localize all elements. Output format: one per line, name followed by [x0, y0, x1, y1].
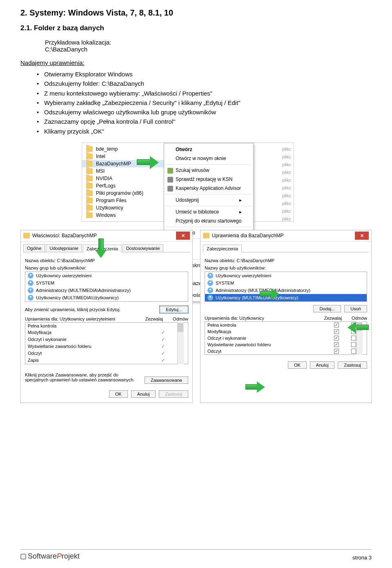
folder-row[interactable]: NVIDIA	[82, 175, 164, 182]
instruction-item: Z menu kontekstowego wybieramy: „Właściw…	[37, 89, 372, 98]
scrollbar-thumb[interactable]	[178, 323, 183, 332]
object-value: C:\BazaDanychMP	[236, 258, 274, 263]
allow-checkbox[interactable]	[334, 329, 339, 334]
perm-for-label: Uprawnienia dla: Użytkownicy	[205, 316, 264, 321]
user-icon	[28, 295, 33, 301]
allow-tick: ✓	[161, 351, 165, 356]
allow-tick: ✓	[161, 337, 165, 342]
instruction-item: Odszukujemy folder: C:\BazaDanych	[37, 79, 372, 88]
example-location-label: Przykładowa lokalizacja:	[45, 39, 372, 46]
context-menu-item[interactable]: Udostępnij▸	[164, 196, 253, 205]
remove-button[interactable]: Usuń	[344, 305, 367, 312]
group-item[interactable]: Użytkownicy uwierzytelnieni	[205, 272, 367, 279]
allow-tick: ✓	[161, 344, 165, 349]
close-button[interactable]: ✕	[176, 232, 190, 240]
folder-row[interactable]: Windows	[82, 212, 164, 219]
folder-icon	[86, 212, 93, 218]
instruction-item: Zaznaczamy opcję „Pełna kontrola / Full …	[37, 117, 372, 126]
permission-row: Zapis✓	[25, 357, 180, 364]
tab[interactable]: Dostosowywanie	[122, 244, 164, 252]
context-menu-item[interactable]: Sprawdź reputację w KSN	[164, 175, 253, 184]
tab[interactable]: Zabezpieczenia	[203, 245, 242, 252]
tab[interactable]: Ogólne	[23, 244, 45, 252]
allow-tick: ✓	[161, 330, 165, 335]
apply-button[interactable]: Zastosuj	[159, 390, 188, 398]
folder-row[interactable]: Pliki programów (x86)	[82, 189, 164, 197]
allow-header: Zezwalaj	[145, 316, 163, 321]
permission-row: Odczyt	[205, 348, 359, 354]
folder-row[interactable]: PerfLogs	[82, 182, 164, 189]
folder-icon	[86, 198, 93, 203]
user-icon	[207, 280, 213, 286]
folder-icon	[203, 233, 209, 238]
app-icon	[167, 168, 173, 174]
permission-row: Odczyt i wykonanie✓	[25, 336, 180, 343]
dialog-title: Uprawnienia dla BazaDanychMP	[212, 233, 352, 238]
deny-checkbox[interactable]	[351, 336, 356, 341]
perm-for-label: Uprawnienia dla: Użytkownicy uwierzyteln…	[25, 316, 115, 321]
page-number: strona 3	[352, 555, 372, 561]
edit-button[interactable]: Edytuj...	[160, 306, 188, 313]
cancel-button[interactable]: Anuluj	[131, 390, 156, 398]
allow-header: Zezwalaj	[324, 316, 342, 321]
permission-row: Odczyt✓	[25, 350, 180, 357]
advanced-button[interactable]: Zaawansowane	[145, 376, 188, 384]
group-item[interactable]: Użytkownicy (MULTIMEDIA\Użytkownicy)	[205, 294, 367, 301]
permission-row: Modyfikacja	[205, 328, 359, 335]
permission-row: Pełna kontrola	[205, 322, 359, 328]
instruction-item: Wybieramy zakładkę „Zabezpieczenia / Sec…	[37, 98, 372, 107]
folder-name: Program Files	[96, 198, 127, 203]
group-item[interactable]: Użytkownicy uwierzytelnieni	[25, 272, 188, 279]
deny-checkbox[interactable]	[351, 342, 356, 347]
tab[interactable]: Udostępnianie	[46, 244, 82, 252]
arrow-icon	[137, 156, 160, 168]
context-menu-item[interactable]: Umieść w bibliotece▸	[164, 207, 253, 216]
app-icon	[167, 177, 173, 183]
groups-listbox[interactable]: Użytkownicy uwierzytelnieniSYSTEMAdminis…	[205, 272, 367, 302]
close-button[interactable]: ✕	[355, 232, 369, 240]
folder-icon	[86, 183, 93, 189]
group-item[interactable]: SYSTEM	[25, 279, 188, 287]
allow-checkbox[interactable]	[334, 336, 339, 341]
example-location-value: C:\BazaDanych	[45, 46, 372, 53]
folder-name: NVIDIA	[96, 176, 112, 181]
context-menu-item[interactable]: Przypnij do ekranu startowego	[164, 216, 253, 225]
permissions-table: Pełna kontrolaModyfikacja✓Odczyt i wykon…	[25, 322, 188, 364]
ok-button[interactable]: OK	[109, 390, 128, 398]
cancel-button[interactable]: Anuluj	[310, 361, 335, 369]
ok-button[interactable]: OK	[288, 361, 307, 369]
context-menu-item[interactable]: Szukaj wirusów	[164, 166, 253, 175]
instruction-item: Klikamy przycisk „OK"	[37, 127, 372, 136]
allow-checkbox[interactable]	[334, 323, 339, 327]
folder-row[interactable]: bde_temp	[82, 145, 164, 153]
group-item[interactable]: Administratorzy (MULTIMEDIA\Administrato…	[25, 287, 188, 294]
user-icon	[28, 280, 33, 286]
folder-name: Windows	[96, 212, 116, 218]
allow-checkbox[interactable]	[334, 342, 339, 347]
user-icon	[207, 295, 213, 301]
folder-row[interactable]: Użytkownicy	[82, 204, 164, 212]
group-item[interactable]: Administratorzy (MULTIMEDIA\Administrato…	[205, 287, 367, 294]
add-button[interactable]: Dodaj...	[313, 305, 341, 312]
apply-button[interactable]: Zastosuj	[338, 361, 367, 369]
context-menu-item[interactable]: Otwórz	[164, 145, 253, 154]
dialog-title: Właściwości: BazaDanychMP	[32, 233, 174, 238]
group-item[interactable]: SYSTEM	[205, 279, 367, 287]
folder-row[interactable]: Program Files	[82, 197, 164, 204]
group-item[interactable]: Użytkownicy (MULTIMEDIA\Użytkownicy)	[25, 294, 188, 301]
deny-checkbox[interactable]	[351, 349, 356, 354]
folder-icon	[86, 168, 93, 174]
edit-hint: Aby zmienić uprawnienia, kliknij przycis…	[25, 307, 120, 312]
groups-listbox[interactable]: Użytkownicy uwierzytelnieniSYSTEMAdminis…	[25, 272, 188, 302]
folder-icon	[86, 205, 93, 211]
context-menu-item[interactable]: Kaspersky Application Advisor	[164, 184, 253, 193]
folder-icon	[86, 154, 93, 159]
advanced-hint: Kliknij przycisk Zaawansowane, aby przej…	[25, 372, 140, 382]
allow-checkbox[interactable]	[334, 349, 339, 354]
subsection-heading: 2.1. Folder z bazą danych	[20, 24, 372, 32]
folder-name: PerfLogs	[96, 183, 116, 189]
context-menu-item[interactable]: Otwórz w nowym oknie	[164, 154, 253, 163]
object-label: Nazwa obiektu:	[205, 258, 235, 263]
allow-tick: ✓	[161, 358, 165, 363]
permission-row: Wyświetlanie zawartości folderu	[205, 341, 359, 348]
